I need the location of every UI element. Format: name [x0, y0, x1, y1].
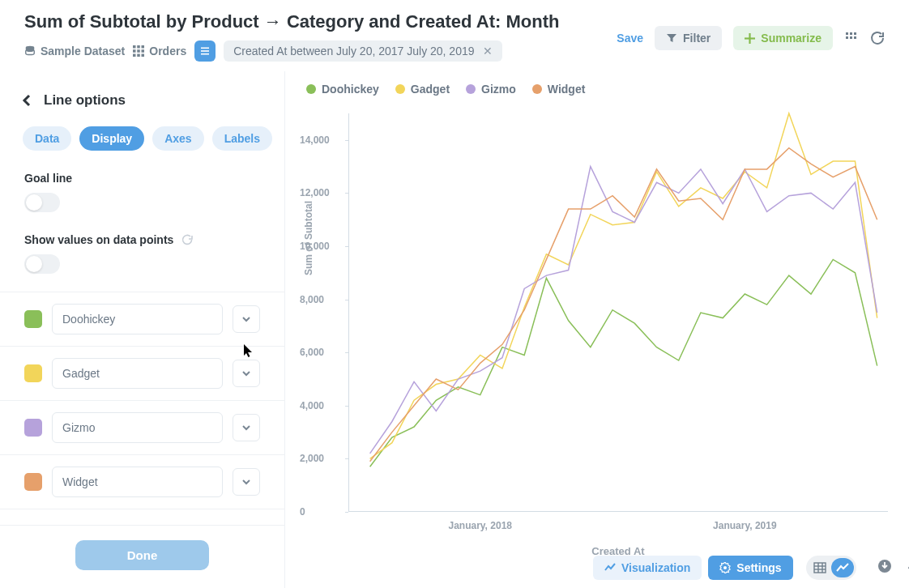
- svg-rect-16: [850, 32, 852, 35]
- filter-button[interactable]: Filter: [655, 26, 722, 50]
- legend-dot: [466, 84, 476, 94]
- y-axis-line: [348, 113, 349, 512]
- bell-icon[interactable]: [907, 559, 909, 577]
- y-tick-label: 12,000: [300, 187, 330, 198]
- y-tick-label: 6,000: [300, 347, 324, 358]
- table-token[interactable]: Orders: [133, 45, 186, 58]
- y-tick-label: 10,000: [300, 241, 330, 252]
- svg-rect-20: [854, 36, 856, 39]
- series-name-input[interactable]: Gizmo: [52, 412, 223, 443]
- svg-rect-3: [142, 45, 145, 49]
- y-tick-label: 2,000: [300, 453, 324, 464]
- view-mode-toggle[interactable]: [806, 556, 856, 580]
- visualization-button[interactable]: Visualization: [593, 556, 702, 580]
- series-row: Gadget: [0, 347, 284, 401]
- chevron-left-icon[interactable]: [21, 93, 32, 108]
- legend-item[interactable]: Gizmo: [466, 83, 516, 96]
- filter-pill[interactable]: Created At between July 20, 2017 July 20…: [224, 40, 501, 62]
- series-color-swatch[interactable]: [24, 419, 42, 437]
- tab-display[interactable]: Display: [79, 126, 144, 151]
- reset-icon[interactable]: [181, 234, 193, 245]
- database-icon: [24, 45, 36, 57]
- tab-labels[interactable]: Labels: [212, 126, 272, 151]
- grid-icon: [133, 45, 144, 57]
- series-line: [370, 259, 877, 467]
- download-icon[interactable]: [877, 559, 892, 577]
- series-expand-button[interactable]: [233, 414, 260, 441]
- legend-item[interactable]: Gadget: [395, 83, 450, 96]
- y-tick-label: 4,000: [300, 400, 324, 411]
- done-button[interactable]: Done: [75, 540, 210, 570]
- legend-item[interactable]: Widget: [532, 83, 586, 96]
- svg-rect-5: [138, 49, 141, 53]
- svg-rect-14: [745, 37, 755, 39]
- svg-rect-18: [850, 36, 852, 39]
- cursor-icon: [243, 344, 254, 359]
- save-link[interactable]: Save: [617, 32, 643, 45]
- tab-data[interactable]: Data: [23, 126, 71, 151]
- svg-rect-22: [814, 563, 826, 573]
- series-color-swatch[interactable]: [24, 310, 42, 328]
- gear-icon: [719, 562, 731, 573]
- y-tick-label: 8,000: [300, 294, 324, 305]
- legend-label: Doohickey: [322, 83, 379, 96]
- filter-icon: [666, 32, 677, 44]
- tab-axes[interactable]: Axes: [152, 126, 203, 151]
- toolbar-more-icon[interactable]: [844, 31, 859, 45]
- legend-dot: [395, 84, 405, 94]
- query-step-button[interactable]: [194, 40, 216, 62]
- panel-title: Line options: [44, 92, 126, 109]
- table-view-icon[interactable]: [809, 558, 831, 577]
- dataset-token[interactable]: Sample Dataset: [24, 45, 125, 58]
- svg-rect-9: [142, 54, 145, 58]
- show-values-text: Show values on data points: [24, 233, 173, 246]
- chevron-down-icon: [241, 313, 252, 325]
- series-line: [370, 148, 877, 462]
- series-color-swatch[interactable]: [24, 473, 42, 491]
- series-line: [370, 167, 877, 454]
- svg-rect-10: [201, 48, 209, 49]
- svg-rect-12: [201, 53, 209, 55]
- x-tick-label: January, 2019: [713, 520, 777, 531]
- legend-dot: [532, 84, 542, 94]
- x-axis-line: [348, 511, 888, 512]
- series-color-swatch[interactable]: [24, 364, 42, 382]
- summarize-button[interactable]: Summarize: [733, 26, 833, 50]
- settings-label: Settings: [736, 561, 781, 574]
- series-name-input[interactable]: Gadget: [52, 358, 223, 389]
- settings-button[interactable]: Settings: [708, 556, 792, 580]
- chart-legend: DoohickeyGadgetGizmoWidget: [300, 79, 890, 102]
- svg-rect-15: [846, 32, 848, 35]
- series-expand-button[interactable]: [233, 360, 260, 387]
- svg-rect-8: [138, 54, 141, 58]
- y-axis-label: Sum of Subtotal: [303, 201, 314, 275]
- goal-line-label: Goal line: [24, 172, 260, 185]
- svg-rect-19: [854, 32, 856, 35]
- legend-label: Widget: [548, 83, 586, 96]
- table-label: Orders: [149, 45, 186, 58]
- svg-rect-2: [138, 45, 141, 49]
- legend-item[interactable]: Doohickey: [306, 83, 379, 96]
- chart-view-icon[interactable]: [831, 558, 854, 577]
- svg-rect-6: [142, 49, 145, 53]
- list-icon: [199, 45, 211, 57]
- refresh-icon[interactable]: [870, 31, 885, 45]
- show-values-toggle[interactable]: [24, 254, 60, 274]
- series-expand-button[interactable]: [233, 468, 260, 496]
- series-row: Gizmo: [0, 401, 284, 455]
- settings-panel: Line options Data Display Axes Labels Go…: [0, 71, 285, 588]
- chevron-down-icon: [241, 368, 252, 379]
- goal-line-toggle[interactable]: [24, 193, 60, 212]
- series-row: Widget: [0, 455, 284, 509]
- series-expand-button[interactable]: [233, 305, 260, 333]
- svg-rect-4: [133, 49, 136, 53]
- close-icon[interactable]: ✕: [483, 45, 493, 58]
- svg-rect-17: [846, 36, 848, 39]
- series-name-input[interactable]: Doohickey: [52, 304, 223, 334]
- svg-rect-1: [133, 45, 136, 49]
- filter-button-label: Filter: [683, 32, 711, 45]
- chart-area: DoohickeyGadgetGizmoWidget Sum of Subtot…: [285, 71, 909, 588]
- series-row: Doohickey: [0, 292, 284, 347]
- series-name-input[interactable]: Widget: [52, 467, 223, 497]
- x-tick-label: January, 2018: [448, 520, 512, 531]
